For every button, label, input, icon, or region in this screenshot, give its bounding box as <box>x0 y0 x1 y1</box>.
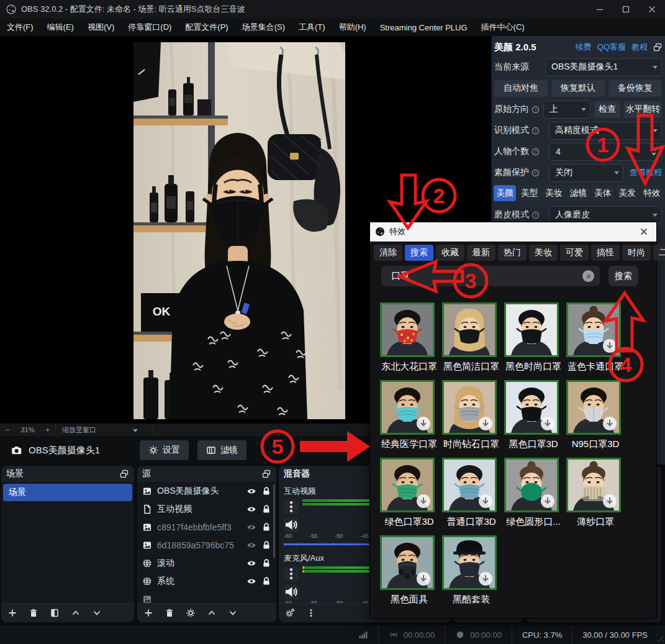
add-source-button[interactable] <box>143 608 153 618</box>
effect-item-N95口罩3D[interactable]: N95口罩3D <box>566 380 625 450</box>
move-up-button[interactable] <box>71 608 81 618</box>
lock-icon[interactable] <box>261 522 271 532</box>
source-row-滚动[interactable]: 滚动 <box>137 554 276 572</box>
menu-item-1[interactable]: 文件(F) <box>0 19 40 36</box>
maximize-button[interactable] <box>613 0 639 19</box>
effect-item-黑色口罩3D[interactable]: 黑色口罩3D <box>504 380 563 450</box>
effect-item-黑色时尚口罩[interactable]: 黑色时尚口罩 <box>504 302 563 373</box>
source-row-6d18859a5796bc75[interactable]: 6d18859a5796bc75 <box>137 536 276 554</box>
restore-default-button[interactable]: 恢复默认 <box>551 80 605 97</box>
beauty-tab-滤镜[interactable]: 滤镜 <box>567 185 589 201</box>
scene-filters-button[interactable] <box>50 608 60 618</box>
effect-item-普通口罩3D[interactable]: 普通口罩3D <box>442 458 500 528</box>
view-tutorial-link[interactable]: 查看教程 <box>630 167 662 178</box>
menu-item-6[interactable]: 场景集合(S) <box>235 19 292 36</box>
effect-thumbnail-downloadable[interactable] <box>442 535 497 590</box>
effect-thumbnail[interactable] <box>504 302 559 357</box>
check-button[interactable]: 检查 <box>594 101 620 118</box>
effect-item-东北大花口罩[interactable]: 东北大花口罩 <box>380 302 438 373</box>
fit-to-window-select[interactable]: 缩放至窗口 <box>56 425 118 435</box>
lock-icon[interactable] <box>261 576 271 586</box>
beauty-tab-美型[interactable]: 美型 <box>518 185 540 201</box>
backup-restore-button[interactable]: 备份恢复 <box>608 80 662 97</box>
eye-off-icon[interactable] <box>247 522 256 532</box>
effect-thumbnail-downloadable[interactable] <box>566 458 621 512</box>
resize-grip[interactable] <box>658 636 664 642</box>
lock-icon[interactable] <box>261 540 271 550</box>
popout-icon[interactable] <box>119 469 129 479</box>
eye-icon[interactable] <box>247 558 256 568</box>
beauty-link-2[interactable]: QQ客服 <box>597 42 626 53</box>
remove-scene-button[interactable] <box>29 608 38 618</box>
lock-icon[interactable] <box>261 486 271 496</box>
eye-icon[interactable] <box>247 576 256 586</box>
effect-item-时尚钻石口罩[interactable]: 时尚钻石口罩 <box>442 380 500 450</box>
source-properties-button[interactable] <box>186 608 196 618</box>
eye-icon[interactable] <box>247 504 256 514</box>
sources-scrollbar[interactable] <box>273 484 275 558</box>
advanced-audio-button[interactable] <box>285 608 295 618</box>
menu-item-5[interactable]: 配置文件(P) <box>178 19 235 36</box>
beauty-tab-美颜[interactable]: 美颜 <box>494 185 516 201</box>
minimize-button[interactable] <box>587 0 613 19</box>
menu-item-8[interactable]: 帮助(H) <box>332 19 373 36</box>
people-count-stepper[interactable]: 4 <box>549 143 662 161</box>
beauty-link-3[interactable]: 教程 <box>631 42 648 53</box>
effect-thumbnail-downloadable[interactable] <box>442 380 497 435</box>
settings-button[interactable]: 设置 <box>140 440 189 460</box>
menu-item-7[interactable]: 工具(T) <box>292 19 332 36</box>
move-down-button[interactable] <box>228 608 238 618</box>
zoom-in-button[interactable]: + <box>40 426 55 433</box>
channel-menu-button[interactable] <box>284 499 299 514</box>
effect-thumbnail-downloadable[interactable] <box>566 302 621 357</box>
menu-item-9[interactable]: Streaming Center PLUG <box>373 19 474 36</box>
effect-item-经典医学口罩[interactable]: 经典医学口罩 <box>380 380 438 450</box>
effect-thumbnail-downloadable[interactable] <box>504 458 559 512</box>
autofocus-button[interactable]: 自动对焦 <box>494 80 548 97</box>
effect-item-绿色口罩3D[interactable]: 绿色口罩3D <box>380 458 438 528</box>
effect-item-黑色简洁口罩[interactable]: 黑色简洁口罩 <box>442 302 500 373</box>
scene-item-场景[interactable]: 场景 <box>3 484 132 501</box>
effect-item-薄纱口罩[interactable]: 薄纱口罩 <box>566 458 625 528</box>
beauty-tab-美发[interactable]: 美发 <box>616 185 638 201</box>
source-row-c8917f4ebbfbfe5ff3[interactable]: c8917f4ebbfbfe5ff3 <box>137 518 276 536</box>
popout-icon[interactable] <box>261 469 271 479</box>
horizontal-flip-button[interactable]: 水平翻转 <box>624 101 662 118</box>
effect-thumbnail-downloadable[interactable] <box>566 380 621 435</box>
remove-source-button[interactable] <box>165 608 174 618</box>
beauty-tab-美妆[interactable]: 美妆 <box>543 185 565 201</box>
lock-icon[interactable] <box>261 504 271 514</box>
beauty-link-1[interactable]: 续费 <box>576 42 592 53</box>
source-row-OBS美颜摄像头[interactable]: OBS美颜摄像头 <box>137 482 276 500</box>
orientation-select[interactable]: 上 <box>543 101 590 119</box>
stepper-arrows[interactable] <box>648 148 661 156</box>
mute-button[interactable] <box>284 517 299 532</box>
effect-thumbnail[interactable] <box>380 302 435 357</box>
channel-menu-button[interactable] <box>284 566 299 581</box>
effect-item-黑酷套装[interactable]: 黑酷套装 <box>442 535 500 605</box>
source-row-系统[interactable]: 系统 <box>137 572 276 590</box>
effect-thumbnail-downloadable[interactable] <box>380 380 435 435</box>
menu-item-10[interactable]: 插件中心(C) <box>474 19 532 36</box>
popout-icon[interactable] <box>653 42 663 52</box>
effect-item-绿色圆形口...[interactable]: 绿色圆形口... <box>504 458 563 528</box>
detect-mode-select[interactable]: 高精度模式 <box>549 122 662 140</box>
effect-thumbnail-downloadable[interactable] <box>380 535 435 590</box>
effect-thumbnail-downloadable[interactable] <box>504 380 559 435</box>
mute-button[interactable] <box>284 584 299 599</box>
close-button[interactable] <box>639 0 665 19</box>
eye-icon[interactable] <box>247 486 256 496</box>
effect-thumbnail-downloadable[interactable] <box>380 458 435 512</box>
lock-icon[interactable] <box>261 558 271 568</box>
protect-select[interactable]: 关闭 <box>549 164 623 182</box>
effect-item-黑色面具[interactable]: 黑色面具 <box>380 535 438 605</box>
move-down-button[interactable] <box>92 608 102 618</box>
menu-item-4[interactable]: 停靠窗口(D) <box>121 19 178 36</box>
smooth-mode-select[interactable]: 人像磨皮 <box>549 206 662 224</box>
beauty-tab-特效[interactable]: 特效 <box>641 185 663 201</box>
effect-thumbnail[interactable] <box>442 302 497 357</box>
eye-off-icon[interactable] <box>247 540 256 550</box>
menu-item-3[interactable]: 视图(V) <box>81 19 121 36</box>
effect-item-蓝色卡通口罩[interactable]: 蓝色卡通口罩 <box>566 302 625 373</box>
mixer-menu-button[interactable] <box>306 608 316 618</box>
